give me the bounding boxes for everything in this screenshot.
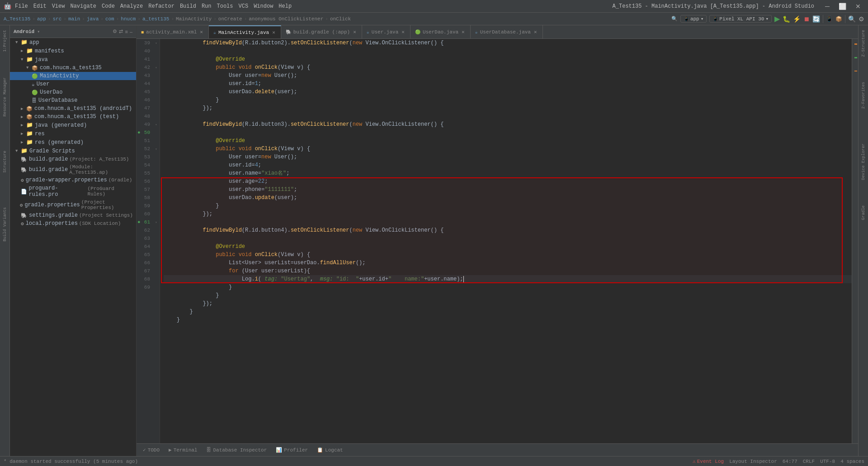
fold-49[interactable]: ▾ [155,123,157,127]
sync-button[interactable]: 🔄 [812,15,820,23]
menu-view[interactable]: View [52,3,65,10]
tab-logcat[interactable]: 📋 Logcat [314,446,346,454]
fold-61[interactable]: ▾ [155,220,157,224]
cursor-position[interactable]: 64:77 [783,459,797,464]
breadcrumb-a-test135[interactable]: A_Test135 [4,16,30,22]
tree-item-bg-project[interactable]: 🐘 build.gradle (Project: A_Test135) [10,155,136,163]
gradle-tasks-icon[interactable]: Gradle [860,203,867,223]
structure-icon[interactable]: Structure [2,148,8,176]
tab-close-0[interactable]: ✕ [199,29,204,35]
device-explorer-icon[interactable]: Device Explorer [860,141,867,183]
sdk-button[interactable]: 📦 [835,16,842,22]
breadcrumb-mainactivity[interactable]: MainActivity [176,16,212,22]
breadcrumb-com[interactable]: com [105,16,114,22]
project-tab-icon[interactable]: 1:Project [2,27,8,55]
code-editor[interactable]: 39 40 41 42 43 44 45 46 47 48 49 ●50 51 … [137,39,858,443]
menu-tools[interactable]: Tools [217,3,233,10]
breadcrumb-listener[interactable]: anonymous OnClickListener [249,16,323,22]
breadcrumb-src[interactable]: src [52,16,61,22]
device-dropdown[interactable]: 📱 Pixel XL API 30 ▾ [709,15,772,23]
fold-42[interactable]: ▾ [155,66,157,70]
menu-navigate[interactable]: Navigate [70,3,96,10]
menu-code[interactable]: Code [102,3,115,10]
menu-file[interactable]: File [15,3,28,10]
panel-gear-button[interactable]: ≡ [125,29,127,34]
line-ending[interactable]: CRLF [803,459,815,464]
run-config-dropdown[interactable]: 📱 app ▾ [680,15,707,23]
breadcrumb-onclick[interactable]: onClick [330,16,351,22]
tree-item-userdao[interactable]: 🟢 UserDao [10,88,136,96]
breadcrumb-a-test135-2[interactable]: a_test135 [142,16,169,22]
breadcrumb-oncreate[interactable]: onCreate [218,16,242,22]
profile-button[interactable]: ⚡ [793,15,801,23]
menu-help[interactable]: Help [278,3,292,10]
tab-activity-main[interactable]: ◼ activity_main.xml ✕ [137,25,209,38]
tree-item-java[interactable]: ▼ 📁 java [10,55,136,64]
tree-item-gp[interactable]: ⚙ gradle.properties (Project Properties) [10,199,136,211]
tree-item-lp[interactable]: ⚙ local.properties (SDK Location) [10,219,136,228]
resource-manager-icon[interactable]: Resource Manager [2,75,8,119]
breadcrumb-app[interactable]: app [37,16,46,22]
android-dropdown-icon[interactable]: ▾ [37,29,40,34]
build-variants-icon[interactable]: Build Variants [2,204,8,244]
tab-userdatabase[interactable]: ☕ UserDatabase.java ✕ [471,25,543,38]
menu-vcs[interactable]: VCS [239,3,249,10]
tab-userdao[interactable]: 🟢 UserDao.java ✕ [410,25,471,38]
tab-close-1[interactable]: ✕ [271,29,276,36]
menu-window[interactable]: Window [254,3,273,10]
breadcrumb-hnucm[interactable]: hnucm [121,16,136,22]
menu-run[interactable]: Run [202,3,212,10]
tab-todo[interactable]: ✓ TODO [140,446,162,454]
fold-39[interactable]: ▾ [155,41,157,45]
tab-close-5[interactable]: ✕ [533,29,538,35]
tree-item-gradle[interactable]: ▼ 📁 Gradle Scripts [10,147,136,155]
panel-minimize-button[interactable]: – [130,29,132,34]
minimize-button[interactable]: ─ [821,2,833,11]
fold-52[interactable]: ▾ [155,147,157,151]
tree-item-android-test[interactable]: ▶ 📦 com.hnucm.a_test135 (androidT) [10,105,136,113]
stop-button[interactable]: ⏹ [803,15,810,23]
tree-item-userdatabase[interactable]: 🗄 UserDatabase [10,96,136,105]
breadcrumb-main[interactable]: main [68,16,80,22]
z-structure-icon[interactable]: Z-Structure [860,27,867,59]
breadcrumb-java[interactable]: java [87,16,99,22]
charset[interactable]: UTF-8 [820,459,835,464]
settings-button[interactable]: ⚙ [859,15,864,23]
avd-button[interactable]: 📱 [826,16,833,22]
close-button[interactable]: ✕ [852,2,864,11]
menu-refactor[interactable]: Refactor [148,3,175,10]
tab-profiler[interactable]: 📊 Profiler [273,446,311,454]
menu-edit[interactable]: Edit [33,3,47,10]
tree-item-gwp[interactable]: ⚙ gradle-wrapper.properties (Gradle) [10,176,136,184]
layout-inspector-button[interactable]: Layout Inspector [729,459,777,464]
tab-close-2[interactable]: ✕ [352,29,357,35]
tree-item-sg[interactable]: 🐘 settings.gradle (Project Settings) [10,211,136,219]
tree-item-bg-module[interactable]: 🐘 build.gradle (Module: A_Test135.ap) [10,163,136,176]
tree-item-user[interactable]: ☕ User [10,80,136,88]
panel-options-button[interactable]: ⚙ [113,29,117,34]
tree-item-res-gen[interactable]: ▶ 📁 res (generated) [10,138,136,147]
run-button[interactable]: ▶ [774,14,780,23]
tab-close-3[interactable]: ✕ [401,29,406,35]
event-log-button[interactable]: ⚠ Event Log [693,458,724,464]
tree-item-app[interactable]: ▼ 📁 app [10,38,136,47]
tab-database-inspector[interactable]: 🗄 Database Inspector [203,446,269,454]
indent[interactable]: 4 spaces [840,459,864,464]
tree-item-manifests[interactable]: ▶ 📁 manifests [10,47,136,55]
tree-item-proguard[interactable]: 📄 proguard-rules.pro (ProGuard Rules) [10,184,136,199]
maximize-button[interactable]: ⬜ [835,2,850,11]
tab-user[interactable]: ☕ User.java ✕ [362,25,410,38]
menu-analyze[interactable]: Analyze [120,3,143,10]
code-content[interactable]: findViewById(R.id.button2).setOnClickLis… [160,39,852,443]
tree-item-res[interactable]: ▶ 📁 res [10,129,136,138]
tab-build-gradle[interactable]: 🐘 build.gradle (:app) ✕ [281,25,362,38]
tree-item-test[interactable]: ▶ 📦 com.hnucm.a_test135 (test) [10,113,136,121]
search-everywhere-button[interactable]: 🔍 [848,15,856,23]
right-scroll-gutter[interactable] [852,39,858,443]
tab-terminal[interactable]: ▶ Terminal [166,446,200,454]
favorites-icon[interactable]: 2-Favorites [860,79,867,111]
tree-item-package[interactable]: ▼ 📦 com.hnucm.a_test135 [10,64,136,72]
tab-mainactivity[interactable]: ☕ MainActivity.java ✕ [209,25,281,38]
menu-build[interactable]: Build [180,3,196,10]
tree-item-mainactivity[interactable]: 🟢 MainActivity [10,72,136,80]
